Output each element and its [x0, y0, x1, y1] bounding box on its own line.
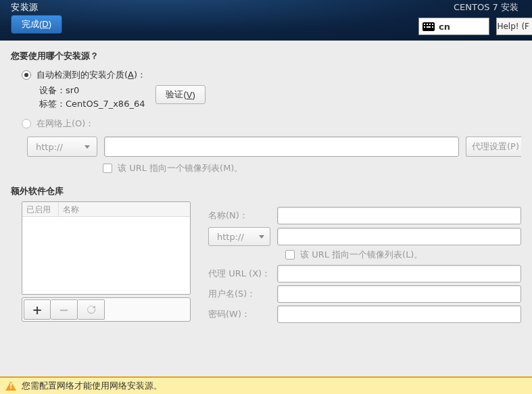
repo-protocol-value: http://	[217, 232, 244, 242]
radio-network[interactable]	[22, 119, 31, 128]
repo-proxy-url-label: 代理 URL (X)：	[208, 268, 272, 280]
proxy-settings-button[interactable]: 代理设置(P)	[466, 137, 521, 157]
label-val: CentOS_7_x86_64	[66, 99, 145, 109]
installer-label: CENTOS 7 安装	[454, 1, 518, 14]
radio-network-label: 在网络上(O)：	[37, 118, 94, 130]
repo-tools: + −	[22, 297, 191, 322]
label-lbl: 标签：	[39, 99, 66, 109]
network-url-row: http:// 代理设置(P)	[27, 137, 521, 157]
radio-autodetect[interactable]	[22, 70, 31, 80]
protocol-value: http://	[36, 142, 63, 152]
main-content: 您要使用哪个安装源？ 自动检测到的安装介质(A)： 设备：sr0 标签：Cent…	[0, 41, 532, 375]
keyboard-layout-code: cn	[439, 22, 450, 32]
protocol-select[interactable]: http://	[27, 137, 97, 157]
repo-mirror-label: 该 URL 指向一个镜像列表(L)。	[300, 249, 422, 261]
repo-col-enabled: 已启用	[22, 202, 59, 216]
done-label-post: )	[49, 19, 51, 29]
repo-name-input[interactable]	[277, 207, 521, 224]
repo-details-pane: 名称(N)： http:// 该 URL 指向一个镜像列表(L)。 代理 URL…	[208, 201, 521, 326]
url-input[interactable]	[104, 137, 459, 157]
mirror-row: 该 URL 指向一个镜像列表(M)。	[103, 162, 521, 174]
device-val: sr0	[66, 85, 79, 95]
question-label: 您要使用哪个安装源？	[11, 50, 521, 62]
help-label: Help! (F	[497, 22, 529, 31]
done-accel: D	[42, 19, 48, 29]
header: 安装源 完成(D) CENTOS 7 安装 cn Help! (F	[0, 0, 532, 41]
repo-section-title: 额外软件仓库	[11, 185, 521, 197]
repo-columns: 已启用 名称 + − 名称(N)：	[11, 201, 521, 326]
repo-pass-input[interactable]	[277, 305, 521, 323]
done-label-pre: 完成(	[22, 19, 42, 29]
add-repo-button[interactable]: +	[24, 299, 51, 320]
repo-col-name: 名称	[59, 202, 190, 216]
repo-mirror-checkbox[interactable]	[285, 250, 295, 260]
done-button[interactable]: 完成(D)	[11, 15, 62, 34]
repo-header: 已启用 名称	[22, 202, 190, 217]
repo-mirror-row: 该 URL 指向一个镜像列表(L)。	[285, 249, 521, 261]
repo-pass-label: 密码(W)：	[208, 308, 272, 320]
mirror-label: 该 URL 指向一个镜像列表(M)。	[118, 162, 243, 174]
keyboard-layout-select[interactable]: cn	[418, 18, 489, 35]
device-info: 设备：sr0 标签：CentOS_7_x86_64	[39, 84, 145, 111]
radio-autodetect-row: 自动检测到的安装介质(A)：	[22, 69, 521, 81]
device-lbl: 设备：	[39, 85, 66, 95]
repo-name-label: 名称(N)：	[208, 210, 272, 222]
refresh-repo-button[interactable]	[78, 299, 105, 320]
device-block: 设备：sr0 标签：CentOS_7_x86_64 验证(V)	[39, 84, 521, 111]
chevron-down-icon	[259, 235, 264, 239]
warning-bar: 您需配置网络才能使用网络安装源。	[0, 376, 532, 394]
repo-url-input[interactable]	[277, 228, 521, 245]
repo-user-input[interactable]	[277, 285, 521, 303]
keyboard-icon	[422, 22, 435, 31]
repo-protocol-select[interactable]: http://	[208, 227, 270, 246]
verify-button[interactable]: 验证(V)	[155, 85, 205, 104]
warning-message: 您需配置网络才能使用网络安装源。	[22, 380, 162, 392]
remove-repo-button[interactable]: −	[51, 299, 78, 320]
page-title: 安装源	[11, 1, 39, 14]
repo-user-label: 用户名(S)：	[208, 288, 272, 300]
repo-table[interactable]: 已启用 名称	[22, 201, 191, 295]
repo-proxy-url-input[interactable]	[277, 265, 521, 282]
repo-list-pane: 已启用 名称 + −	[22, 201, 191, 322]
refresh-icon	[86, 304, 97, 315]
warning-icon	[5, 381, 16, 391]
radio-autodetect-label: 自动检测到的安装介质(A)：	[37, 69, 146, 81]
chevron-down-icon	[84, 145, 90, 149]
network-row: 在网络上(O)：	[11, 118, 521, 130]
mirror-checkbox[interactable]	[103, 164, 112, 173]
help-button[interactable]: Help! (F	[496, 18, 532, 35]
proxy-label: 代理设置(P)	[472, 141, 519, 153]
